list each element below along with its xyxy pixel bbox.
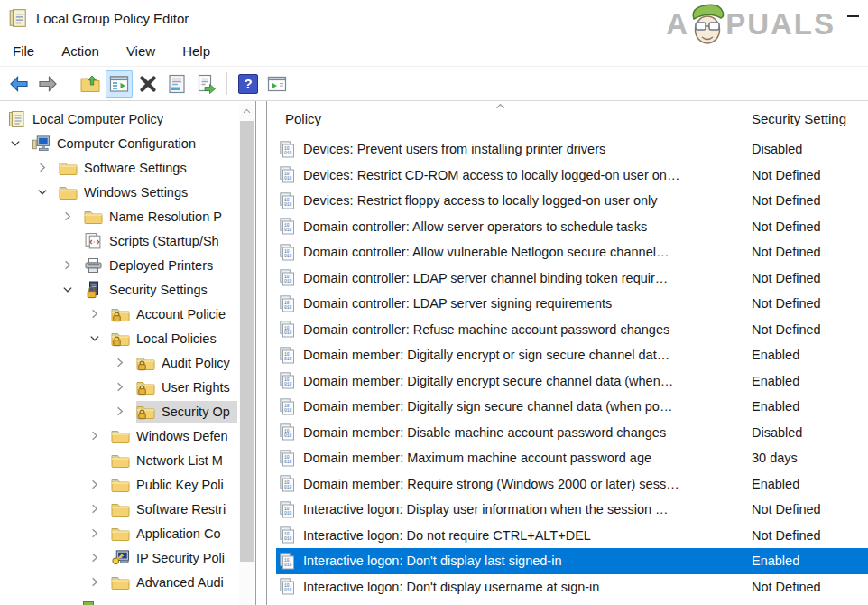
tree-item-ip-security-policies[interactable]: IP Security Poli bbox=[0, 545, 237, 570]
tree-item-application-control[interactable]: Application Co bbox=[0, 521, 237, 545]
tree-item-software-restriction[interactable]: Software Restri bbox=[0, 497, 237, 521]
help-button[interactable]: ? bbox=[235, 70, 262, 98]
back-button[interactable] bbox=[5, 70, 32, 98]
chevron-down-icon[interactable] bbox=[9, 137, 32, 149]
tree-item-label: Local Computer Policy bbox=[32, 112, 163, 126]
policy-row[interactable]: Devices: Restrict floppy access to local… bbox=[276, 188, 868, 214]
policy-row[interactable]: Domain member: Digitally encrypt or sign… bbox=[276, 342, 868, 368]
tree-item-security-settings[interactable]: Security Settings bbox=[0, 277, 237, 302]
policy-doc-icon bbox=[280, 321, 295, 338]
scrollbar-thumb[interactable] bbox=[240, 121, 254, 562]
policy-row-selected[interactable]: Interactive logon: Don't display last si… bbox=[276, 548, 868, 574]
export-list-button[interactable] bbox=[192, 70, 219, 98]
policy-row[interactable]: Domain member: Digitally sign secure cha… bbox=[276, 394, 868, 420]
policy-setting: Not Defined bbox=[746, 322, 868, 337]
panel-gutter bbox=[256, 101, 267, 605]
tree-item-security-options[interactable]: Security Op bbox=[0, 399, 237, 424]
policy-name: Interactive logon: Don't display last si… bbox=[303, 554, 746, 568]
tree-item-scripts[interactable]: Scripts (Startup/Sh bbox=[0, 228, 237, 253]
policy-row[interactable]: Domain member: Disable machine account p… bbox=[276, 420, 868, 446]
action-pane-icon bbox=[266, 73, 288, 95]
menu-file[interactable]: File bbox=[13, 43, 34, 59]
chevron-right-icon[interactable] bbox=[61, 210, 84, 222]
policy-row[interactable]: Domain controller: Allow server operator… bbox=[276, 214, 868, 240]
tree-item-deployed-printers[interactable]: Deployed Printers bbox=[0, 253, 237, 277]
policy-row[interactable]: Devices: Prevent users from installing p… bbox=[276, 136, 868, 163]
chevron-down-icon[interactable] bbox=[61, 284, 84, 295]
chevron-right-icon[interactable] bbox=[88, 576, 111, 588]
tree-item-audit-policy[interactable]: Audit Policy bbox=[0, 350, 237, 375]
chevron-right-icon[interactable] bbox=[88, 308, 111, 320]
chevron-down-icon[interactable] bbox=[36, 186, 59, 198]
policy-setting: Not Defined bbox=[746, 219, 868, 234]
policy-name: Interactive logon: Display user informat… bbox=[303, 502, 746, 517]
chevron-right-icon[interactable] bbox=[114, 381, 136, 393]
chevron-right-icon[interactable] bbox=[88, 479, 111, 490]
chevron-right-icon[interactable] bbox=[88, 527, 111, 539]
forward-button[interactable] bbox=[34, 70, 61, 98]
tree-item-network-list-manager[interactable]: Network List M bbox=[0, 448, 237, 472]
column-header-policy[interactable]: Policy bbox=[285, 111, 752, 126]
export-list-icon bbox=[195, 73, 217, 95]
policy-row[interactable]: Domain controller: LDAP server channel b… bbox=[276, 265, 868, 292]
chevron-right-icon[interactable] bbox=[61, 259, 84, 271]
tree-item-computer-configuration[interactable]: Computer Configuration bbox=[0, 131, 237, 155]
console-tree-panel: Local Computer Policy Computer Configura… bbox=[0, 101, 256, 605]
chevron-right-icon[interactable] bbox=[114, 357, 136, 368]
policy-name: Devices: Restrict floppy access to local… bbox=[303, 193, 746, 208]
show-action-pane-button[interactable] bbox=[263, 70, 291, 98]
policy-row[interactable]: Domain controller: LDAP server signing r… bbox=[276, 291, 868, 317]
chevron-right-icon[interactable] bbox=[114, 405, 136, 417]
policy-row[interactable]: Domain controller: Allow vulnerable Netl… bbox=[276, 239, 868, 265]
tree-item-local-computer-policy[interactable]: Local Computer Policy bbox=[0, 107, 237, 131]
folder-lock-icon bbox=[111, 305, 130, 323]
policy-row[interactable]: Domain member: Maximum machine account p… bbox=[276, 445, 868, 471]
policy-name: Domain member: Maximum machine account p… bbox=[303, 451, 746, 465]
policy-row[interactable]: Domain member: Digitally encrypt secure … bbox=[276, 368, 868, 395]
tree-item-name-resolution-policy[interactable]: Name Resolution P bbox=[0, 204, 237, 228]
chevron-right-icon[interactable] bbox=[36, 162, 59, 173]
chevron-down-icon[interactable] bbox=[88, 332, 111, 344]
chevron-right-icon[interactable] bbox=[88, 430, 111, 442]
menu-help[interactable]: Help bbox=[182, 43, 210, 59]
delete-button[interactable] bbox=[134, 70, 162, 98]
policy-doc-icon bbox=[280, 372, 295, 389]
appuals-face-icon bbox=[687, 1, 728, 48]
tree-item-account-policies[interactable]: Account Policie bbox=[0, 302, 237, 326]
properties-button[interactable] bbox=[163, 70, 190, 98]
tree-item-windows-defender[interactable]: Windows Defen bbox=[0, 424, 237, 448]
tree-item-local-policies[interactable]: Local Policies bbox=[0, 326, 237, 350]
show-console-tree-button[interactable] bbox=[106, 70, 133, 98]
tree-scrollbar[interactable] bbox=[239, 104, 254, 605]
folder-icon bbox=[59, 159, 78, 177]
chevron-right-icon[interactable] bbox=[88, 503, 111, 515]
chevron-right-icon[interactable] bbox=[88, 552, 111, 563]
tree-item-windows-settings[interactable]: Windows Settings bbox=[0, 180, 237, 204]
policy-row[interactable]: Interactive logon: Do not require CTRL+A… bbox=[276, 523, 868, 549]
tree-item-software-settings[interactable]: Software Settings bbox=[0, 155, 237, 180]
policy-name: Domain controller: Allow server operator… bbox=[303, 219, 746, 234]
policy-name: Domain member: Digitally encrypt secure … bbox=[303, 374, 746, 388]
up-one-level-button[interactable] bbox=[77, 70, 104, 98]
policy-row[interactable]: Devices: Restrict CD-ROM access to local… bbox=[276, 163, 868, 189]
folder-lock-icon bbox=[136, 378, 155, 396]
policy-row[interactable]: Interactive logon: Display user informat… bbox=[276, 497, 868, 523]
scroll-up-arrow-icon[interactable] bbox=[239, 104, 254, 118]
tree-item-label: Windows Defen bbox=[136, 429, 228, 443]
scroll-up-hint-icon[interactable] bbox=[494, 102, 506, 110]
tree-item-advanced-audit[interactable]: Advanced Audi bbox=[0, 570, 237, 594]
tree-item-user-rights[interactable]: User Rights bbox=[0, 375, 237, 399]
policy-row[interactable]: Domain member: Require strong (Windows 2… bbox=[276, 471, 868, 498]
minimize-button[interactable] bbox=[847, 15, 859, 17]
policy-doc-icon bbox=[280, 269, 295, 286]
printer-icon bbox=[84, 256, 103, 275]
folder-up-icon bbox=[79, 73, 101, 95]
policy-row[interactable]: Domain controller: Refuse machine accoun… bbox=[276, 317, 868, 343]
menu-view[interactable]: View bbox=[126, 43, 155, 59]
policy-row[interactable]: Interactive logon: Don't display usernam… bbox=[276, 574, 868, 600]
policy-doc-icon bbox=[280, 475, 295, 492]
menu-action[interactable]: Action bbox=[61, 43, 99, 59]
column-header-security-setting[interactable]: Security Setting bbox=[752, 111, 868, 126]
tree-item-public-key-policies[interactable]: Public Key Poli bbox=[0, 472, 237, 497]
computer-icon bbox=[32, 135, 51, 153]
